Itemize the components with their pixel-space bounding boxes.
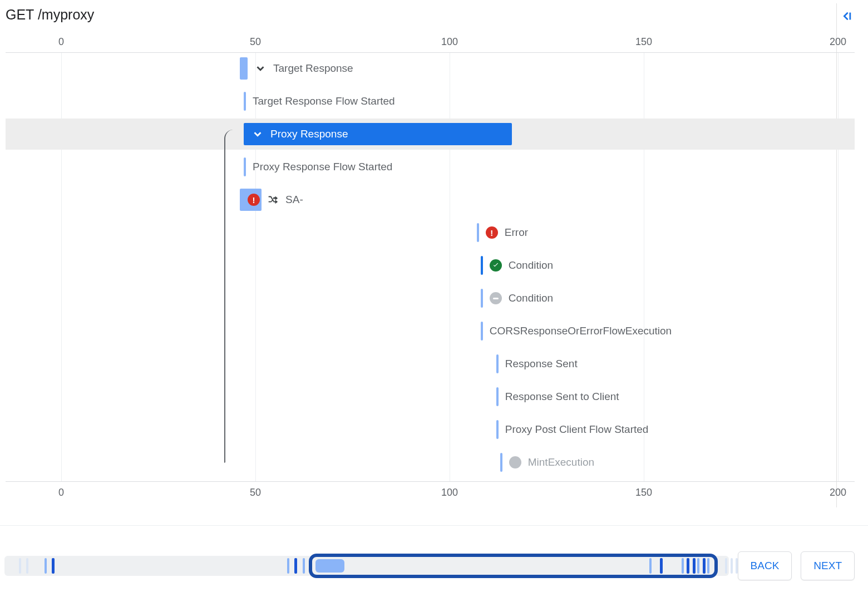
span-label: Target Response Flow Started	[253, 95, 395, 107]
span-row[interactable]: Proxy Response	[6, 119, 855, 150]
overview-marker	[294, 558, 297, 574]
axis-tick: 0	[58, 36, 64, 48]
axis-tick: 100	[441, 36, 458, 48]
axis-tick: 100	[441, 487, 458, 499]
trace-overview-scrubber[interactable]	[4, 556, 729, 576]
axis-tick: 50	[250, 487, 261, 499]
axis-tick: 0	[58, 487, 64, 499]
span-label: Response Sent	[505, 358, 578, 370]
span-row[interactable]: MintExecution	[6, 447, 855, 478]
overview-marker	[287, 558, 289, 574]
error-icon: !	[486, 226, 498, 239]
span-row[interactable]: Proxy Response Flow Started	[6, 151, 855, 182]
span-row[interactable]: Target Response Flow Started	[6, 86, 855, 117]
overview-marker	[303, 558, 305, 574]
span-label: Condition	[509, 259, 553, 272]
axis-tick: 200	[830, 487, 846, 499]
shared-flow-icon	[267, 194, 279, 206]
span-row[interactable]: Target Response	[6, 53, 855, 84]
overview-marker	[19, 558, 21, 574]
span-row[interactable]: Condition	[6, 283, 855, 314]
overview-marker	[725, 558, 727, 574]
span-bar[interactable]	[240, 57, 248, 80]
axis-tick: 200	[830, 36, 846, 48]
span-row[interactable]: CORSResponseOrErrorFlowExecution	[6, 315, 855, 347]
overview-marker	[660, 558, 663, 574]
event-marker[interactable]	[496, 387, 499, 406]
span-label: Proxy Response Flow Started	[253, 161, 392, 173]
overview-marker	[736, 558, 738, 574]
overview-marker	[703, 558, 706, 574]
span-row[interactable]: Proxy Post Client Flow Started	[6, 414, 855, 445]
overview-marker	[26, 558, 28, 574]
axis-tick: 150	[635, 36, 652, 48]
span-row[interactable]: !SA-	[6, 184, 855, 215]
span-label: Condition	[509, 292, 553, 304]
span-row[interactable]: !Error	[6, 217, 855, 248]
span-label: Response Sent to Client	[505, 391, 619, 403]
span-label: Proxy Response	[270, 128, 348, 140]
span-label: SA-	[285, 194, 303, 206]
span-label: MintExecution	[528, 456, 594, 468]
back-button[interactable]: BACK	[738, 551, 792, 580]
gantt-body[interactable]: Target ResponseTarget Response Flow Star…	[6, 53, 855, 481]
page-title: GET /myproxy	[6, 7, 94, 25]
event-marker[interactable]	[500, 453, 502, 472]
check-icon	[490, 259, 502, 272]
span-row[interactable]: Condition	[6, 250, 855, 281]
span-row[interactable]: Response Sent	[6, 348, 855, 379]
axis-bottom: 050100150200	[6, 485, 855, 498]
overview-marker	[697, 558, 699, 574]
span-label: CORSResponseOrErrorFlowExecution	[490, 325, 672, 337]
axis-tick: 150	[635, 487, 652, 499]
overview-marker	[707, 558, 709, 574]
event-marker[interactable]	[481, 322, 483, 341]
overview-marker	[682, 558, 684, 574]
span-row[interactable]: Response Sent to Client	[6, 381, 855, 412]
span-label: Error	[505, 226, 528, 239]
span-label: Proxy Post Client Flow Started	[505, 423, 649, 436]
overview-marker	[693, 558, 696, 574]
overview-marker	[687, 558, 689, 574]
overview-marker	[45, 558, 47, 574]
svg-rect-0	[850, 12, 851, 19]
overview-marker	[649, 558, 652, 574]
event-marker[interactable]	[244, 92, 246, 111]
overview-marker	[731, 558, 733, 574]
event-marker[interactable]	[481, 256, 483, 275]
skip-icon	[490, 292, 502, 304]
overview-viewport[interactable]	[309, 554, 718, 578]
disabled-icon	[509, 456, 521, 468]
event-marker[interactable]	[477, 223, 479, 242]
overview-marker	[52, 558, 55, 574]
event-marker[interactable]	[481, 289, 483, 308]
axis-top: 050100150200	[6, 36, 855, 50]
next-button[interactable]: NEXT	[801, 551, 855, 580]
event-marker[interactable]	[496, 354, 499, 373]
span-label: Target Response	[273, 62, 353, 75]
trace-gantt-chart[interactable]: 050100150200 Target ResponseTarget Respo…	[6, 36, 855, 498]
collapse-panel-icon[interactable]	[838, 9, 855, 23]
event-marker[interactable]	[496, 420, 499, 439]
chevron-down-icon[interactable]	[254, 62, 267, 75]
axis-tick: 50	[250, 36, 261, 48]
